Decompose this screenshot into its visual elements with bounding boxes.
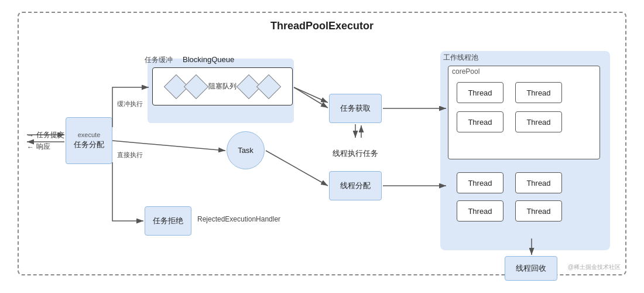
task-circle: Task: [227, 131, 265, 169]
response-text: 响应: [36, 142, 50, 152]
rejected-handler-label: RejectedExecutionHandler: [197, 215, 280, 223]
buffer-exec-label: 缓冲执行: [117, 100, 143, 108]
main-container: ThreadPoolExecutor 工作线程池 corePool Thread…: [18, 12, 626, 275]
thread-recycle: 线程回收: [505, 256, 557, 281]
svg-line-5: [294, 87, 328, 108]
watermark: @稀土掘金技术社区: [568, 263, 621, 271]
task-dispatch: execute 任务分配: [66, 117, 112, 164]
thread-box-5: Thread: [457, 172, 503, 193]
thread-box-7: Thread: [457, 200, 503, 222]
page-title: ThreadPoolExecutor: [270, 20, 374, 32]
work-pool-label: 工作线程池: [443, 53, 478, 63]
bq-label-blocking: BlockingQueue: [183, 55, 234, 64]
thread-box-6: Thread: [515, 172, 562, 193]
task-dispatch-label: 任务分配: [74, 139, 104, 150]
thread-box-4: Thread: [515, 111, 562, 132]
direct-exec-label: 直接执行: [117, 151, 143, 159]
thread-box-3: Thread: [457, 111, 503, 132]
task-submit-text: 任务提交: [36, 130, 64, 140]
queue-text: 阻塞队列: [208, 81, 237, 91]
arrow-right-sym: →: [27, 131, 34, 139]
thread-box-1: Thread: [457, 82, 503, 103]
task-reject: 任务拒绝: [145, 206, 191, 236]
svg-line-10: [266, 151, 328, 186]
thread-dispatch: 线程分配: [329, 171, 382, 200]
queue-box: 阻塞队列: [152, 67, 293, 105]
bq-label-top: 任务缓冲: [145, 55, 173, 65]
execute-label: execute: [78, 131, 101, 138]
core-pool-label: corePool: [452, 67, 479, 76]
response-row: ← 响应: [27, 142, 50, 152]
svg-line-6: [294, 87, 328, 103]
thread-exec: 线程执行任务: [329, 139, 382, 168]
task-fetch: 任务获取: [329, 94, 382, 123]
thread-box-8: Thread: [515, 200, 562, 222]
thread-box-2: Thread: [515, 82, 562, 103]
diamond-2: [184, 74, 208, 98]
svg-line-4: [112, 141, 225, 151]
arrow-left-sym: ←: [27, 143, 34, 151]
task-submit-row: → 任务提交: [27, 130, 64, 140]
diamond-4: [256, 74, 281, 98]
